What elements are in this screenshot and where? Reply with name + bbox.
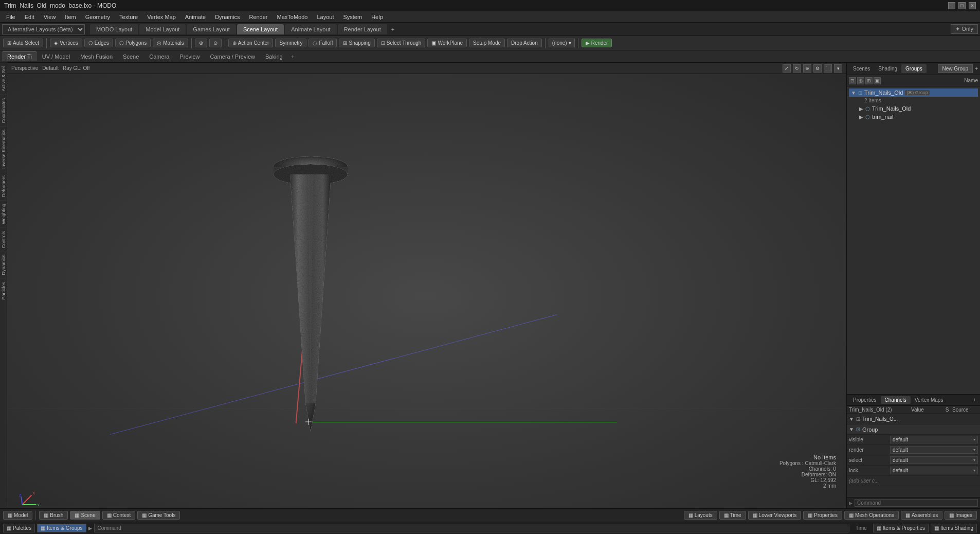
maximize-button[interactable]: □ [958,2,966,9]
menu-layout[interactable]: Layout [313,13,338,21]
tab-scene[interactable]: Scene [118,52,144,61]
prop-row-select[interactable]: select default ▾ [847,455,980,466]
menu-edit[interactable]: Edit [21,13,39,21]
bottom-context-button[interactable]: ▦ Context [102,511,135,520]
status-items-shading[interactable]: ▦ Items Shading [931,524,977,532]
groups-icon-button-3[interactable]: ⊞ [865,77,873,84]
status-items-groups[interactable]: ▦ Items & Groups [37,524,86,532]
falloff-button[interactable]: ◌ Falloff [308,39,337,47]
groups-icon-button-4[interactable]: ▣ [874,77,881,84]
vp-zoom-button[interactable]: ⊕ [803,64,811,73]
bottom-layouts-button[interactable]: ▦ Layouts [684,511,717,520]
default-label[interactable]: Default [42,65,59,71]
tab-camera[interactable]: Camera [144,52,174,61]
bottom-mesh-operations-button[interactable]: ▦ Mesh Operations [844,511,899,520]
menu-view[interactable]: View [40,13,60,21]
tab-scene-layout[interactable]: Scene Layout [237,24,284,34]
workplane-button[interactable]: ▣ WorkPlane [427,39,467,47]
tab-animate-layout[interactable]: Animate Layout [285,24,336,34]
tab-games-layout[interactable]: Games Layout [187,24,236,34]
tb-icon1[interactable]: ⊕ [195,39,207,47]
none-dropdown[interactable]: (none) ▾ [549,39,575,47]
vp-close-button[interactable]: ▾ [834,64,842,73]
bottom-brush-button[interactable]: ▦ Brush [39,511,68,520]
prop-section-group[interactable]: ▼ ⊡ Group [847,424,980,435]
bottom-model-button[interactable]: ▦ Model [3,511,32,520]
menu-vertexmap[interactable]: Vertex Map [143,13,180,21]
snapping-button[interactable]: ⊞ Snapping [339,39,374,47]
tab-preview[interactable]: Preview [174,52,205,61]
drop-action-button[interactable]: Drop Action [507,39,542,47]
status-items-properties[interactable]: ▦ Items & Properties [873,524,929,532]
props-tree-item[interactable]: ▼ ⊡ Trim_Nails_O... [847,414,980,424]
auto-select-button[interactable]: ⊞ Auto Select [3,39,43,47]
menu-geometry[interactable]: Geometry [81,13,114,21]
groups-icon-button-1[interactable]: ⊡ [849,77,856,84]
tab-render-layout[interactable]: Render Layout [338,24,387,34]
group-root-item[interactable]: ▼ ⊡ Trim_Nails_Old (✱) Group [849,88,978,97]
tab-uv-model[interactable]: UV / Model [37,52,75,61]
tab-baking[interactable]: Baking [260,52,288,61]
action-center-button[interactable]: ⊕ Action Center [228,39,274,47]
panel-expand-button[interactable]: + [975,66,978,72]
setup-mode-button[interactable]: Setup Mode [469,39,505,47]
alt-layouts-dropdown[interactable]: Alternative Layouts (Beta) [2,24,85,34]
status-palettes[interactable]: ▦ Palettes [3,524,35,532]
bottom-scene-button[interactable]: ▦ Scene [70,511,100,520]
tab-channels[interactable]: Channels [881,396,911,404]
group-child-1[interactable]: ▶ ⬡ Trim_Nails_Old [849,104,978,113]
menu-file[interactable]: File [2,13,20,21]
tab-shading[interactable]: Shading [874,64,901,73]
menu-help[interactable]: Help [367,13,387,21]
tab-properties[interactable]: Properties [849,396,881,404]
bottom-images-button[interactable]: ▦ Images [945,511,977,520]
groups-list[interactable]: ▼ ⊡ Trim_Nails_Old (✱) Group 2 Items ▶ ⬡… [847,86,980,394]
tab-groups[interactable]: Groups [901,64,927,73]
prop-render-value[interactable]: default ▾ [890,446,978,454]
view-tab-add[interactable]: + [288,52,297,61]
prop-row-render[interactable]: render default ▾ [847,445,980,455]
tb-icon2[interactable]: ⊙ [209,39,222,47]
layout-tab-add[interactable]: + [388,25,397,33]
bottom-assemblies-button[interactable]: ▦ Assemblies [901,511,942,520]
materials-button[interactable]: ◎ Materials [153,39,188,47]
prop-row-add-user[interactable]: (add user c... [847,476,980,486]
perspective-label[interactable]: Perspective [11,65,38,71]
edges-button[interactable]: ⬡ Edges [84,39,113,47]
only-label[interactable]: ✦ Only [951,24,978,34]
render-button[interactable]: ▶ Render [582,39,612,47]
prop-visible-value[interactable]: default ▾ [890,436,978,443]
props-add-button[interactable]: + [971,396,978,404]
tab-render-ti[interactable]: Render Ti [2,51,37,61]
tab-modo-layout[interactable]: MODO Layout [90,24,138,34]
raygl-label[interactable]: Ray GL: Off [63,65,90,71]
sidebar-tab-dynamics[interactable]: Dynamics [0,251,7,278]
menu-system[interactable]: System [339,13,366,21]
groups-icon-button-2[interactable]: ◎ [857,77,864,84]
prop-select-value[interactable]: default ▾ [890,456,978,464]
sidebar-tab-deformers[interactable]: Deformers [0,172,7,200]
tab-model-layout[interactable]: Model Layout [139,24,186,34]
prop-row-visible[interactable]: visible default ▾ [847,435,980,445]
prop-lock-value[interactable]: default ▾ [890,467,978,474]
scene-3d[interactable]: No Items Polygons : Catmull-Clark Channe… [7,74,846,508]
menu-dynamics[interactable]: Dynamics [211,13,244,21]
command-input[interactable] [855,499,978,507]
vp-expand-button[interactable]: ⬛ [824,64,832,73]
menu-render[interactable]: Render [245,13,271,21]
symmetry-button[interactable]: Symmetry [275,39,306,47]
bottom-lower-viewports-button[interactable]: ▦ Lower Viewports [748,511,802,520]
bottom-time-button[interactable]: ▦ Time [719,511,746,520]
sidebar-tab-controls[interactable]: Controls [0,227,7,252]
title-bar-controls[interactable]: _ □ ✕ [948,2,976,9]
prop-row-lock[interactable]: lock default ▾ [847,466,980,476]
menu-maxtomodo[interactable]: MaxToModo [273,13,312,21]
polygons-button[interactable]: ⬡ Polygons [115,39,151,47]
vp-settings-button[interactable]: ⚙ [813,64,822,73]
sidebar-tab-active-sel[interactable]: Active & Sel [0,63,7,95]
viewport[interactable]: Perspective Default Ray GL: Off ⤢ ↻ ⊕ ⚙ … [7,63,846,508]
tab-scenes[interactable]: Scenes [849,64,874,73]
command-display[interactable]: Command [94,524,849,532]
vertices-button[interactable]: ◈ Vertices [50,39,82,47]
select-through-button[interactable]: ⊡ Select Through [377,39,426,47]
